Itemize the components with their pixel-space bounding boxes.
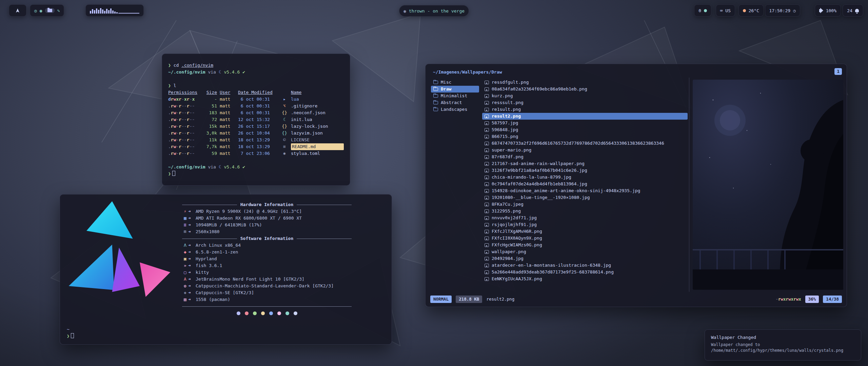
file-item[interactable]: 0c794faf07de24a4db4d4fb1eb813964.jpg — [482, 181, 688, 187]
file-item[interactable]: 8FKa7Cu.jpeg — [482, 201, 688, 208]
launcher-arrow-icon — [15, 8, 20, 13]
arrow-icon: ➜ — [188, 289, 196, 296]
palette-dot — [261, 311, 265, 315]
toml-icon: ✱ — [281, 150, 288, 157]
clock-module[interactable]: 17:50:29 ◷ — [765, 4, 800, 17]
tray-module[interactable]: 0 — [694, 4, 711, 17]
file-item[interactable]: kurz.png — [482, 93, 688, 99]
workspace-3-active[interactable] — [45, 8, 55, 13]
file-item[interactable]: chica-mirando-la-luna-8799.jpg — [482, 174, 688, 181]
file-item[interactable]: 3122955.png — [482, 208, 688, 215]
file-item[interactable]: 154928-odinokoe_anime-art-anime-okno-sin… — [482, 187, 688, 194]
file-name: 3126f7e9bbf21a8a4af0b67b041c6e26.jpg — [492, 167, 587, 174]
image-file-icon — [485, 223, 489, 227]
size-cell: 15k — [202, 123, 217, 130]
file-item[interactable]: 5a266e448add93deab367d87173e9f25-6837886… — [482, 269, 688, 276]
json-icon: {} — [281, 123, 288, 130]
file-manager-window: ~/Imagenes/Wallpapers/Draw 1 Misc Draw M… — [425, 64, 847, 307]
temperature-module[interactable]: 26°C — [738, 4, 764, 17]
prompt-char: ❯ — [168, 83, 171, 88]
breadcrumb-path[interactable]: ~/Imagenes/Wallpapers/Draw — [433, 69, 502, 76]
permissions-cell: drwxr-xr-x — [168, 96, 199, 103]
file-item[interactable]: 87r687df.png — [482, 154, 688, 160]
image-file-icon — [485, 94, 489, 98]
arrow-icon: ➜ — [188, 222, 196, 228]
palette-dot — [245, 311, 249, 315]
file-item[interactable]: 19201080-__blue-tinge__-1920×1080.jpg — [482, 194, 688, 201]
file-item[interactable]: EeNKYgIUcAAJ5JX.png — [482, 276, 688, 282]
image-file-icon — [485, 135, 489, 139]
terminal-icon: ▢ — [182, 269, 188, 276]
file-item[interactable]: nnvuv0xj2df71.jpg — [482, 215, 688, 221]
tab-number-badge[interactable]: 1 — [834, 68, 842, 75]
notification-popup[interactable]: Wallpaper Changed Wallpaper changed to /… — [705, 329, 861, 361]
music-player-module[interactable]: ◉ thrown - on the verge — [399, 5, 469, 17]
folder-item[interactable]: Minimalist — [431, 93, 479, 99]
file-name: result2.png — [492, 113, 521, 120]
file-item[interactable]: re1sult.png — [482, 106, 688, 113]
file-name: 20492984.jpg — [492, 255, 524, 262]
folder-icon — [433, 108, 438, 111]
file-item[interactable]: 866715.png — [482, 133, 688, 140]
lua-icon: ☾ — [281, 116, 288, 123]
bell-icon — [855, 9, 859, 12]
terminal-palette-dots — [182, 311, 352, 315]
file-item[interactable]: 20492984.jpg — [482, 255, 688, 262]
file-item[interactable]: wallpaper.png — [482, 248, 688, 255]
file-item[interactable]: 217167-sad-anime-rain-wallpaper.png — [482, 160, 688, 167]
info-value: 10948MiB / 64183MiB (17%) — [196, 222, 262, 228]
filename-cell: lua — [291, 96, 344, 103]
prompt-path: ~ — [67, 326, 74, 333]
file-item[interactable]: ressdfgult.png — [482, 79, 688, 86]
file-item[interactable]: FXfcHgcWIAMzs0G.png — [482, 242, 688, 248]
file-name: wallpaper.png — [492, 248, 526, 255]
date-cell: 6 oct 00:31 — [238, 103, 278, 109]
tray-app-icon[interactable] — [704, 9, 707, 12]
launcher-button[interactable] — [9, 4, 26, 17]
file-item[interactable]: super-mario.png — [482, 147, 688, 154]
workspace-1-icon[interactable]: ◎ — [34, 8, 37, 13]
workspace-2-icon[interactable]: ◉ — [40, 8, 42, 13]
fetch-prompt[interactable]: ~ ❯ — [67, 326, 74, 340]
keyboard-icon: ⌨ — [720, 8, 723, 13]
ls-row: .rw-r--r-- 3,0k matt 26 oct 10:04 {} laz… — [168, 130, 344, 137]
file-item[interactable]: rsjqojlmjhf91.jpg — [482, 221, 688, 228]
command-arg: .config/nvim — [181, 63, 213, 68]
file-item[interactable]: 08a634fa02a32364f69ebc86a98eb1eb.png — [482, 86, 688, 93]
file-item[interactable]: resssult.png — [482, 99, 688, 106]
file-item[interactable]: FXfcJlTXgAMvH6R.png — [482, 228, 688, 235]
file-item[interactable]: 68747470733a2f2f696d616765732d7769786d70… — [482, 140, 688, 147]
keyboard-layout-module[interactable]: ⌨ US — [716, 4, 735, 17]
workspace-4-icon[interactable]: ✎ — [57, 8, 60, 13]
file-item[interactable]: 3126f7e9bbf21a8a4af0b67b041c6e26.jpg — [482, 167, 688, 174]
arrow-icon: ➜ — [188, 296, 196, 303]
file-item[interactable]: 596848.jpg — [482, 126, 688, 133]
date-cell: 26 oct 10:04 — [238, 130, 278, 137]
folder-icon — [433, 94, 438, 98]
folder-item[interactable]: Abstract — [431, 99, 479, 106]
workspaces-module[interactable]: ◎ ◉ ✎ — [30, 4, 64, 17]
file-item[interactable]: 587597.jpg — [482, 120, 688, 126]
audio-visualizer-module[interactable] — [85, 4, 144, 17]
theme-icon: ✿ — [182, 283, 188, 289]
terminal-prompt-line[interactable]: ❯ — [168, 170, 344, 177]
volume-module[interactable]: 100% — [815, 4, 841, 17]
file-item[interactable]: FXfcII0X0AQyn9X.png — [482, 235, 688, 242]
file-item[interactable]: result2.png — [482, 113, 688, 120]
file-item[interactable]: atardecer-en-la-montanas-ilustracion-634… — [482, 262, 688, 269]
desktop: { "topbar": { "music_label": "thrown - o… — [0, 0, 868, 366]
check-icon: ✔ — [242, 164, 245, 169]
folder-item[interactable]: Draw — [431, 86, 479, 93]
size-cell: 59 — [202, 150, 217, 157]
image-file-icon — [485, 87, 489, 91]
folder-item[interactable]: Misc — [431, 79, 479, 86]
file-list: ressdfgult.png 08a634fa02a32364f69ebc86a… — [482, 79, 688, 282]
section-bottom-rule — [182, 306, 352, 307]
user-cell: matt — [220, 103, 235, 109]
info-line: ❖ ➜ Catppuccin-SE [GTK2/3] — [182, 289, 352, 296]
folder-item[interactable]: Landscapes — [431, 106, 479, 113]
palette-dot — [237, 311, 240, 315]
palette-dot — [294, 311, 297, 315]
arrow-icon: ➜ — [188, 276, 196, 283]
notifications-module[interactable]: 24 — [843, 4, 863, 17]
